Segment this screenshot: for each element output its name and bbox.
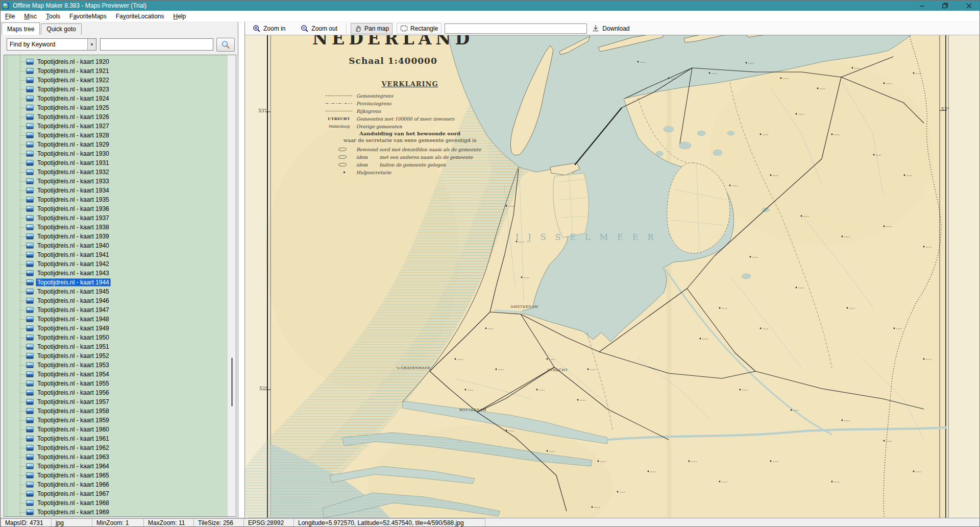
tree-item[interactable]: Topotijdreis.nl - kaart 1957 xyxy=(4,397,228,406)
legend-row: Hulpsecretarie xyxy=(326,169,494,176)
tree-item[interactable]: Topotijdreis.nl - kaart 1939 xyxy=(4,232,228,241)
map-layer-icon xyxy=(26,279,34,285)
chevron-down-icon[interactable]: ▼ xyxy=(87,39,96,50)
status-bar: MapsID: 4731jpgMinZoom: 1MaxZoom: 11Tile… xyxy=(1,518,980,527)
tree-item[interactable]: Topotijdreis.nl - kaart 1930 xyxy=(4,149,228,158)
tree-item[interactable]: Topotijdreis.nl - kaart 1951 xyxy=(4,342,228,351)
map-layer-icon xyxy=(26,500,34,506)
tree-item[interactable]: Topotijdreis.nl - kaart 1946 xyxy=(4,296,228,305)
zoom-in-icon xyxy=(253,25,261,33)
tree-item-label: Topotijdreis.nl - kaart 1941 xyxy=(36,251,111,259)
map-layer-icon xyxy=(26,380,34,387)
tree-item[interactable]: Topotijdreis.nl - kaart 1960 xyxy=(4,425,228,434)
tree-scrollbar[interactable] xyxy=(228,55,236,516)
legend-row: Bewoond oord met denzelfden naam als de … xyxy=(326,146,494,153)
tree-item[interactable]: Topotijdreis.nl - kaart 1959 xyxy=(4,416,228,425)
rectangle-button[interactable]: Rectangle xyxy=(397,23,442,34)
tree-item[interactable]: Topotijdreis.nl - kaart 1969 xyxy=(4,508,228,517)
tree-item[interactable]: Topotijdreis.nl - kaart 1933 xyxy=(4,177,228,186)
find-mode-select[interactable]: Find by Keyword ▼ xyxy=(7,38,96,51)
tree-item[interactable]: Topotijdreis.nl - kaart 1926 xyxy=(4,112,228,122)
map-legend: VERKLARING GemeentegrensProvinciegrensRi… xyxy=(326,80,494,176)
titlebar: Offline Map Maker 8.383 - Maps Previewer… xyxy=(1,1,980,11)
restore-button[interactable] xyxy=(934,1,957,11)
tree-item[interactable]: Topotijdreis.nl - kaart 1963 xyxy=(4,452,228,462)
tree-item[interactable]: Topotijdreis.nl - kaart 1947 xyxy=(4,305,228,315)
tree-item[interactable]: Topotijdreis.nl - kaart 1950 xyxy=(4,333,228,342)
map-layer-icon xyxy=(26,224,34,230)
tree-item[interactable]: Topotijdreis.nl - kaart 1932 xyxy=(4,167,228,177)
tree-item-label: Topotijdreis.nl - kaart 1945 xyxy=(36,288,111,296)
map-layer-icon xyxy=(26,353,34,359)
tree-item[interactable]: Topotijdreis.nl - kaart 1941 xyxy=(4,250,228,259)
map-canvas[interactable]: NEDERLAND Schaal 1:400000 VERKLARING Gem… xyxy=(245,35,980,518)
close-button[interactable] xyxy=(957,1,980,11)
tree-item[interactable]: Topotijdreis.nl - kaart 1923 xyxy=(4,85,228,94)
tree-item[interactable]: Topotijdreis.nl - kaart 1965 xyxy=(4,471,228,480)
tree-item[interactable]: Topotijdreis.nl - kaart 1955 xyxy=(4,379,228,388)
tree-item[interactable]: Topotijdreis.nl - kaart 1934 xyxy=(4,186,228,195)
tree-item[interactable]: Topotijdreis.nl - kaart 1935 xyxy=(4,195,228,204)
menu-item-tools[interactable]: Tools xyxy=(41,12,65,21)
tree-item[interactable]: Topotijdreis.nl - kaart 1929 xyxy=(4,140,228,149)
tree-item[interactable]: Topotijdreis.nl - kaart 1954 xyxy=(4,370,228,379)
tree-item[interactable]: Topotijdreis.nl - kaart 1938 xyxy=(4,223,228,232)
tree-item[interactable]: Topotijdreis.nl - kaart 1962 xyxy=(4,443,228,452)
tree-item[interactable]: Topotijdreis.nl - kaart 1968 xyxy=(4,498,228,508)
tree-item[interactable]: Topotijdreis.nl - kaart 1942 xyxy=(4,259,228,269)
tree-item[interactable]: Topotijdreis.nl - kaart 1945 xyxy=(4,287,228,296)
tree-item[interactable]: Topotijdreis.nl - kaart 1936 xyxy=(4,204,228,213)
menu-item-favoritemaps[interactable]: FavoriteMaps xyxy=(65,12,111,21)
menu-item-misc[interactable]: Misc xyxy=(19,12,41,21)
tree-item[interactable]: Topotijdreis.nl - kaart 1953 xyxy=(4,361,228,370)
map-layer-icon xyxy=(26,399,34,405)
tree-item[interactable]: Topotijdreis.nl - kaart 1944 xyxy=(4,278,228,287)
tree-item[interactable]: Topotijdreis.nl - kaart 1958 xyxy=(4,406,228,416)
tree-item[interactable]: Topotijdreis.nl - kaart 1931 xyxy=(4,158,228,167)
download-icon xyxy=(592,25,599,32)
search-input[interactable] xyxy=(100,38,213,51)
tree-item[interactable]: Topotijdreis.nl - kaart 1964 xyxy=(4,462,228,471)
tab-quick-goto[interactable]: Quick goto xyxy=(41,23,81,35)
tree-item-label: Topotijdreis.nl - kaart 1932 xyxy=(36,168,111,176)
tab-maps-tree[interactable]: Maps tree xyxy=(2,22,40,35)
menu-item-favoritelocations[interactable]: FavoriteLocations xyxy=(111,12,169,21)
zoom-out-label: Zoom out xyxy=(311,25,337,32)
tree-item[interactable]: Topotijdreis.nl - kaart 1924 xyxy=(4,94,228,103)
map-layer-icon xyxy=(26,178,34,184)
pan-map-button[interactable]: Pan map xyxy=(351,23,393,34)
tree-item[interactable]: Topotijdreis.nl - kaart 1921 xyxy=(4,66,228,76)
tree-item[interactable]: Topotijdreis.nl - kaart 1967 xyxy=(4,489,228,498)
tree-item[interactable]: Topotijdreis.nl - kaart 1966 xyxy=(4,480,228,489)
zoom-in-label: Zoom in xyxy=(263,25,285,32)
menu-item-help[interactable]: Help xyxy=(169,12,191,21)
minimize-button[interactable] xyxy=(910,1,934,11)
tree-item[interactable]: Topotijdreis.nl - kaart 1961 xyxy=(4,434,228,443)
tree-item[interactable]: Topotijdreis.nl - kaart 1943 xyxy=(4,269,228,278)
tree-item-label: Topotijdreis.nl - kaart 1965 xyxy=(36,471,111,480)
tree-scrollbar-thumb[interactable] xyxy=(231,357,233,406)
tree-item[interactable]: Topotijdreis.nl - kaart 1956 xyxy=(4,388,228,397)
tree-item[interactable]: Topotijdreis.nl - kaart 1937 xyxy=(4,213,228,223)
search-icon xyxy=(221,40,230,50)
tree-item[interactable]: Topotijdreis.nl - kaart 1949 xyxy=(4,324,228,333)
tree-item-label: Topotijdreis.nl - kaart 1947 xyxy=(36,306,111,314)
map-country-title: NEDERLAND xyxy=(306,35,480,49)
tree-item[interactable]: Topotijdreis.nl - kaart 1952 xyxy=(4,351,228,361)
menu-bar: FileMiscToolsFavoriteMapsFavoriteLocatio… xyxy=(1,11,980,22)
search-button[interactable] xyxy=(216,38,235,52)
tree-item[interactable]: Topotijdreis.nl - kaart 1928 xyxy=(4,131,228,140)
tree-item[interactable]: Topotijdreis.nl - kaart 1948 xyxy=(4,315,228,324)
download-button[interactable]: Download xyxy=(592,25,629,32)
status-segment: MapsID: 4731 xyxy=(1,518,52,527)
tree-item[interactable]: Topotijdreis.nl - kaart 1927 xyxy=(4,122,228,131)
tree-item-label: Topotijdreis.nl - kaart 1966 xyxy=(36,481,111,489)
zoom-out-button[interactable]: Zoom out xyxy=(297,23,341,34)
tree-item[interactable]: Topotijdreis.nl - kaart 1922 xyxy=(4,76,228,85)
toolbar-input[interactable] xyxy=(445,23,587,34)
menu-item-file[interactable]: File xyxy=(1,12,19,21)
tree-item[interactable]: Topotijdreis.nl - kaart 1920 xyxy=(4,57,228,66)
tree-item[interactable]: Topotijdreis.nl - kaart 1940 xyxy=(4,241,228,250)
tree-item[interactable]: Topotijdreis.nl - kaart 1925 xyxy=(4,103,228,112)
zoom-in-button[interactable]: Zoom in xyxy=(249,23,289,34)
